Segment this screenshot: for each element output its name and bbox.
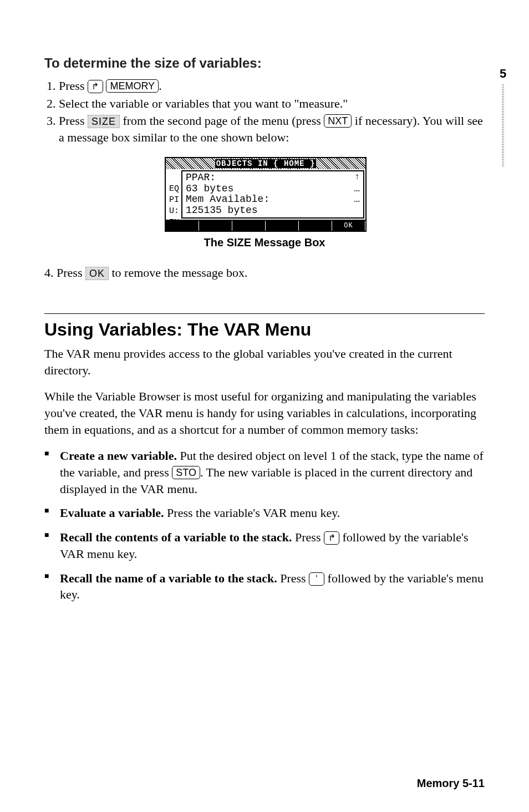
chapter-number: 5: [496, 67, 510, 81]
chapter-tab-bar: [502, 83, 504, 166]
message-box-titlebar: OBJECTS IN { HOME }: [166, 158, 365, 169]
bullet-recall-contents-text-a: Press: [295, 530, 324, 544]
msg-line-3: Mem Available:: [186, 194, 269, 205]
step-1: Press ↱ MEMORY.: [59, 78, 485, 94]
figure-caption: The SIZE Message Box: [44, 236, 485, 249]
softkey-blank: [199, 221, 232, 231]
bullet-create-bold: Create a new variable.: [60, 449, 177, 463]
ok-softkey: OK: [85, 267, 109, 280]
paragraph-2: While the Variable Browser is most usefu…: [44, 388, 485, 438]
bullet-recall-contents-bold: Recall the contents of a variable to the…: [60, 530, 292, 544]
ellipsis-icon: …: [354, 184, 360, 195]
bullet-recall-name-bold: Recall the name of a variable to the sta…: [60, 571, 277, 585]
message-box-title-text: OBJECTS IN { HOME }: [215, 159, 317, 168]
bullet-recall-contents: Recall the contents of a variable to the…: [44, 529, 485, 562]
sto-key: STO: [172, 466, 200, 479]
heading-var-menu: Using Variables: The VAR Menu: [44, 319, 485, 340]
bullet-recall-name: Recall the name of a variable to the sta…: [44, 570, 485, 603]
nxt-key: NXT: [324, 114, 352, 128]
stack-label-3: EN: [169, 217, 179, 229]
memory-key: MEMORY: [106, 79, 159, 93]
bullet-create: Create a new variable. Put the desired o…: [44, 448, 485, 497]
step-3-text-a: Press: [59, 114, 88, 128]
stack-label-1: PI: [169, 195, 179, 206]
msg-line-1: PPAR:: [186, 172, 216, 184]
section-divider: [44, 313, 485, 314]
stack-labels: EQ PI U: EN: [169, 184, 179, 229]
paragraph-1: The VAR menu provides access to the glob…: [44, 346, 485, 378]
stack-label-0: EQ: [169, 184, 179, 195]
step-4-text-b: to remove the message box.: [111, 266, 247, 280]
page-footer: Memory 5-11: [417, 777, 485, 790]
chapter-tab: 5: [496, 67, 510, 166]
step-2: Select the variable or variables that yo…: [59, 95, 485, 112]
ellipsis-icon: …: [354, 194, 360, 205]
step-1-text-a: Press: [59, 79, 88, 93]
screen-wrap: OBJECTS IN { HOME } EQ PI U: EN PPAR: ↑ …: [165, 157, 364, 232]
bullet-recall-name-text-a: Press: [280, 571, 309, 585]
softkey-blank: [232, 221, 266, 231]
msg-line-4: 125135 bytes: [186, 205, 258, 216]
scroll-up-icon: ↑: [354, 172, 360, 184]
softkey-blank: [299, 221, 332, 231]
size-softkey: SIZE: [88, 115, 120, 128]
page: 5 To determine the size of variables: Pr…: [0, 0, 529, 812]
procedure-list: Press ↱ MEMORY. Select the variable or v…: [44, 78, 485, 146]
softkey-menu-row: OK: [166, 220, 365, 231]
right-shift-icon: ↱: [324, 531, 339, 545]
stack-label-2: U:: [169, 206, 179, 217]
message-box-screenshot: OBJECTS IN { HOME } EQ PI U: EN PPAR: ↑ …: [165, 157, 367, 232]
bullet-evaluate-bold: Evaluate a variable.: [60, 506, 164, 520]
message-box-body: PPAR: ↑ 63 bytes … Mem Available: … 1251…: [181, 170, 364, 219]
step-4-num: 4.: [44, 266, 54, 280]
bullet-evaluate: Evaluate a variable. Press the variable'…: [44, 505, 485, 521]
step-4: 4. Press OK to remove the message box.: [44, 266, 485, 280]
msg-line-2: 63 bytes: [186, 184, 233, 195]
step-4-text-a: Press: [57, 266, 85, 280]
right-shift-icon: ↱: [88, 80, 103, 93]
step-1-text-b: .: [159, 79, 162, 93]
bullet-list: Create a new variable. Put the desired o…: [44, 448, 485, 603]
softkey-ok: OK: [332, 221, 365, 231]
tick-key-icon: ': [309, 572, 324, 586]
softkey-blank: [266, 221, 299, 231]
bullet-evaluate-text: Press the variable's VAR menu key.: [167, 506, 340, 520]
section-title: To determine the size of variables:: [44, 55, 485, 71]
step-3-text-b: from the second page of the menu (press: [123, 114, 324, 128]
step-3: Press SIZE from the second page of the m…: [59, 113, 485, 145]
